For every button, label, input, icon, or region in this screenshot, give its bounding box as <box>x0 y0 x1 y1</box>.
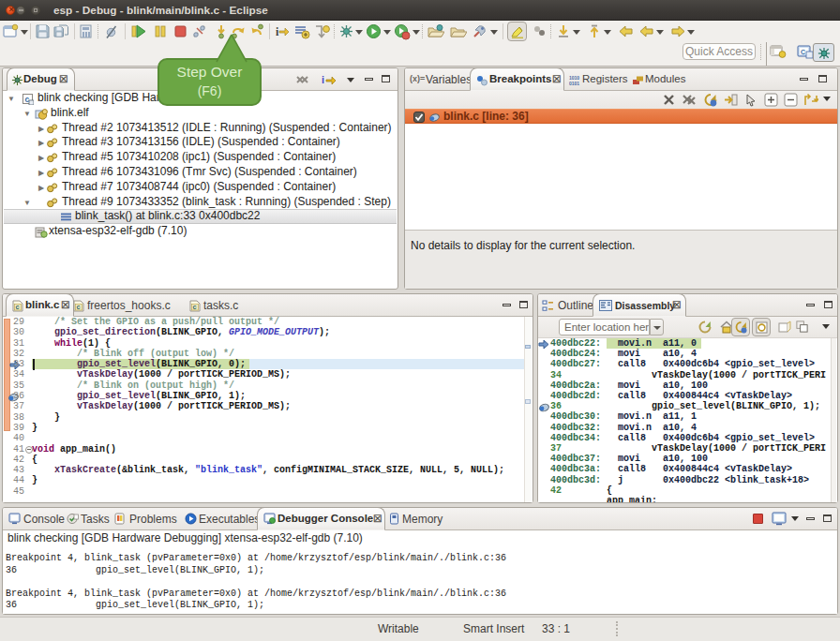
svg-text:i: i <box>276 25 279 38</box>
svg-text:i: i <box>322 74 324 85</box>
svg-text:c: c <box>77 303 81 311</box>
svg-text:c: c <box>193 303 197 311</box>
svg-text:c: c <box>16 303 20 311</box>
svg-text:0101: 0101 <box>569 81 579 86</box>
svg-text:C: C <box>801 49 805 55</box>
